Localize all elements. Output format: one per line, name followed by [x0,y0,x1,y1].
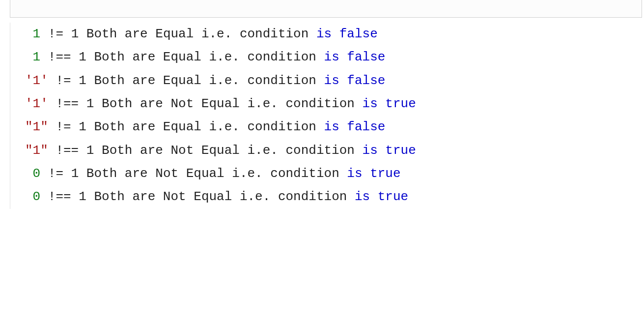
message-text: Both are Not Equal i.e. condition [94,143,362,158]
keyword-result: is true [363,143,416,158]
output-line: 0 != 1 Both are Not Equal i.e. condition… [25,162,644,185]
message-text: Both are Equal i.e. condition [86,119,324,134]
message-text: Both are Not Equal i.e. condition [86,189,355,204]
message-text: Both are Not Equal i.e. condition [94,96,362,111]
left-operand: '1' [25,73,48,88]
right-operand: 1 [79,50,86,64]
right-operand: 1 [71,27,79,41]
left-operand: "1" [25,143,48,158]
operator: !== [40,50,79,64]
left-operand: 0 [33,189,41,204]
operator: != [48,73,79,88]
left-operand: "1" [25,119,48,134]
output-line: 1 != 1 Both are Equal i.e. condition is … [25,23,644,46]
operator: != [40,27,71,41]
right-operand: 1 [86,96,94,111]
output-line: 0 !== 1 Both are Not Equal i.e. conditio… [25,185,644,208]
keyword-result: is false [324,119,386,134]
left-operand: 0 [33,166,41,181]
left-pad [25,189,33,204]
operator: !== [48,143,86,158]
right-operand: 1 [79,73,86,88]
message-text: Both are Equal i.e. condition [86,50,324,64]
output-line: 1 !== 1 Both are Equal i.e. condition is… [25,46,644,69]
output-line: '1' != 1 Both are Equal i.e. condition i… [25,69,644,92]
right-operand: 1 [79,119,86,134]
output-line: "1" != 1 Both are Equal i.e. condition i… [25,116,644,139]
left-pad [25,27,33,41]
keyword-result: is false [324,73,386,88]
output-line: '1' !== 1 Both are Not Equal i.e. condit… [25,92,644,116]
message-text: Both are Equal i.e. condition [79,27,316,41]
output-line: "1" !== 1 Both are Not Equal i.e. condit… [25,139,644,162]
right-operand: 1 [71,166,79,181]
top-empty-box [10,0,642,18]
left-pad [25,50,33,64]
right-operand: 1 [79,189,86,204]
keyword-result: is true [363,96,416,111]
keyword-result: is false [316,27,378,41]
left-operand: '1' [25,96,48,111]
keyword-result: is false [324,50,386,64]
keyword-result: is true [355,189,408,204]
operator: !== [48,96,86,111]
keyword-result: is true [347,166,400,181]
message-text: Both are Not Equal i.e. condition [79,166,347,181]
code-output-block: 1 != 1 Both are Equal i.e. condition is … [10,23,644,209]
operator: != [40,166,71,181]
message-text: Both are Equal i.e. condition [86,73,324,88]
operator: != [48,119,79,134]
left-pad [25,166,33,181]
left-operand: 1 [33,27,41,41]
right-operand: 1 [86,143,94,158]
left-operand: 1 [33,50,41,64]
operator: !== [40,189,79,204]
